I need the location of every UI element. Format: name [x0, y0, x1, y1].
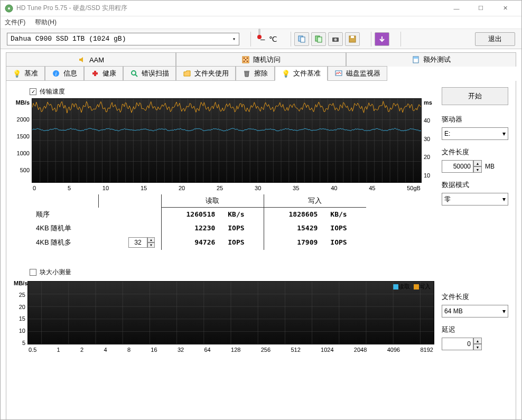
- file-length-unit: MB: [485, 163, 495, 170]
- folder-icon: [183, 69, 191, 78]
- block-size-chart: 读取 写入: [27, 281, 434, 344]
- chevron-down-icon: ▾: [232, 36, 236, 42]
- lightbulb-icon: 💡: [13, 69, 21, 78]
- drive-letter-dropdown[interactable]: E:▾: [442, 127, 508, 140]
- delay-spinbox[interactable]: ▲▼: [442, 338, 508, 350]
- transfer-speed-label: 传输速度: [40, 87, 65, 96]
- trash-icon: [243, 69, 251, 78]
- minimize-button[interactable]: —: [444, 1, 469, 16]
- svg-rect-21: [92, 72, 98, 74]
- app-icon: [5, 4, 13, 13]
- results-table: 读取 写入 顺序1260518KB/s1828605KB/s4KB 随机单122…: [30, 194, 366, 250]
- tab-info[interactable]: i 信息: [45, 66, 84, 81]
- tab-extra-tests[interactable]: 额外测试: [346, 52, 516, 67]
- file-length-spinbox[interactable]: ▲▼: [442, 160, 482, 173]
- tab-content: ✓ 传输速度 MB/s 2000 1500 1000 500 0: [6, 81, 516, 420]
- tab-error-scan[interactable]: 错误扫描: [123, 66, 176, 81]
- tab-file-benchmark[interactable]: 💡 文件基准: [275, 66, 328, 81]
- save-button[interactable]: [345, 32, 360, 46]
- close-button[interactable]: ✕: [493, 1, 517, 16]
- spin-down[interactable]: ▼: [473, 344, 482, 350]
- svg-text:i: i: [55, 71, 57, 77]
- menu-help[interactable]: 帮助(H): [35, 18, 57, 27]
- monitor-icon: [334, 69, 343, 78]
- header-read: 读取: [161, 194, 264, 208]
- chart1-y-right: ms 40 30 20 10: [422, 98, 434, 191]
- spin-up[interactable]: ▲: [473, 338, 482, 344]
- svg-point-15: [247, 61, 248, 62]
- svg-line-23: [135, 74, 137, 77]
- tab-erase[interactable]: 擦除: [236, 66, 275, 81]
- speaker-icon: [78, 55, 86, 64]
- svg-point-11: [244, 58, 245, 59]
- thread-count-spinbox[interactable]: ▲▼: [128, 237, 155, 248]
- svg-rect-3: [301, 37, 305, 42]
- svg-point-12: [247, 58, 248, 59]
- table-row: 4KB 随机多▲▼94726IOPS17909IOPS: [30, 235, 366, 250]
- transfer-speed-chart: [32, 98, 422, 183]
- magnifier-icon: [130, 69, 138, 78]
- chevron-down-icon: ▾: [502, 130, 506, 137]
- header-write: 写入: [264, 194, 366, 208]
- spin-down[interactable]: ▼: [473, 166, 482, 173]
- options-button[interactable]: [375, 32, 389, 46]
- tab-random-access[interactable]: 随机访问: [176, 52, 346, 67]
- transfer-speed-checkbox[interactable]: ✓: [30, 88, 36, 95]
- tab-strip: AAM 随机访问 额外测试 💡 基准 i 信息 健康 错误扫描 文件: [1, 49, 521, 81]
- dice-icon: [241, 55, 250, 64]
- svg-point-13: [245, 59, 247, 61]
- table-row: 4KB 随机单12230IOPS15429IOPS: [30, 221, 366, 235]
- file-length2-label: 文件长度: [442, 292, 508, 302]
- calculator-icon: [412, 55, 420, 64]
- copy-screenshot-button[interactable]: [311, 32, 326, 46]
- svg-point-14: [244, 61, 245, 62]
- menubar: 文件(F) 帮助(H): [1, 16, 521, 29]
- tab-aam[interactable]: AAM: [6, 52, 176, 67]
- info-icon: i: [52, 69, 60, 78]
- svg-point-1: [8, 7, 10, 10]
- file-length2-dropdown[interactable]: 64 MB▾: [442, 305, 508, 318]
- chart2-x-axis: 0.512481632641282565121024204840968192: [27, 347, 434, 353]
- svg-rect-5: [318, 37, 322, 42]
- maximize-button[interactable]: ☐: [469, 1, 493, 16]
- copy-info-button[interactable]: [294, 32, 309, 46]
- data-mode-dropdown[interactable]: 零▾: [442, 193, 508, 206]
- temperature-unit: ℃: [269, 35, 277, 43]
- health-cross-icon: [91, 69, 99, 78]
- drive-dropdown-value: Dahua C900 SSD 1TB (1024 gB): [11, 35, 126, 43]
- side-panel: 开始 驱动器 E:▾ 文件长度 ▲▼ MB 数据模式 零▾ 文件长度 64 MB…: [442, 87, 508, 414]
- file-length-label: 文件长度: [442, 147, 508, 157]
- tab-benchmark[interactable]: 💡 基准: [6, 66, 45, 81]
- chart2-y-left: MB/s 25 20 15 10 5: [14, 279, 27, 353]
- tab-health[interactable]: 健康: [84, 66, 123, 81]
- drive-dropdown[interactable]: Dahua C900 SSD 1TB (1024 gB) ▾: [7, 33, 239, 45]
- svg-point-22: [132, 71, 136, 75]
- file-length-input[interactable]: [442, 160, 473, 173]
- lightbulb-file-icon: 💡: [282, 69, 290, 78]
- svg-rect-24: [244, 71, 249, 72]
- svg-rect-9: [351, 36, 354, 38]
- svg-rect-17: [414, 57, 418, 59]
- data-mode-label: 数据模式: [442, 180, 508, 190]
- chart1-y-left: MB/s 2000 1500 1000 500 0: [14, 98, 32, 191]
- tab-disk-monitor[interactable]: 磁盘监视器: [328, 66, 387, 81]
- toolbar: Dahua C900 SSD 1TB (1024 gB) ▾ — ℃ 退出: [1, 29, 521, 49]
- table-row: 顺序1260518KB/s1828605KB/s: [30, 208, 366, 221]
- block-size-checkbox[interactable]: [30, 269, 36, 276]
- svg-point-7: [334, 38, 337, 41]
- chevron-down-icon: ▾: [502, 307, 506, 315]
- chevron-down-icon: ▾: [502, 195, 506, 203]
- start-button[interactable]: 开始: [442, 87, 508, 105]
- exit-button[interactable]: 退出: [475, 32, 515, 46]
- window-title: HD Tune Pro 5.75 - 硬盘/SSD 实用程序: [16, 4, 444, 13]
- drive-label: 驱动器: [442, 115, 508, 124]
- spin-up[interactable]: ▲: [473, 160, 482, 166]
- block-size-label: 块大小测量: [40, 268, 71, 277]
- delay-input[interactable]: [442, 338, 473, 350]
- menu-file[interactable]: 文件(F): [5, 18, 25, 27]
- screenshot-button[interactable]: [328, 32, 343, 46]
- delay-label: 延迟: [442, 325, 508, 334]
- tab-folder-usage[interactable]: 文件夹使用: [176, 66, 236, 81]
- chart1-x-axis: 05101520253035404550gB: [32, 185, 422, 191]
- titlebar: HD Tune Pro 5.75 - 硬盘/SSD 实用程序 — ☐ ✕: [1, 1, 521, 16]
